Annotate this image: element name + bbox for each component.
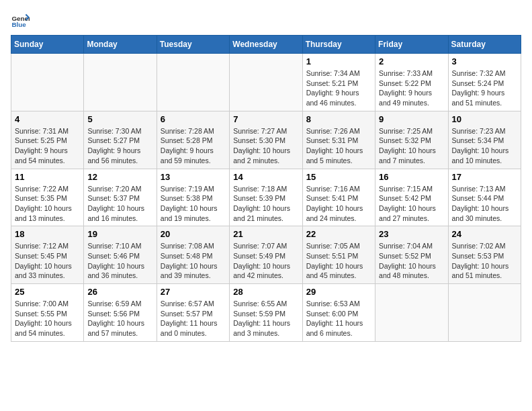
day-info: Sunrise: 7:00 AM Sunset: 5:55 PM Dayligh… xyxy=(15,299,80,338)
day-info: Sunrise: 7:13 AM Sunset: 5:44 PM Dayligh… xyxy=(452,184,517,224)
calendar-cell: 21Sunrise: 7:07 AM Sunset: 5:49 PM Dayli… xyxy=(230,226,302,284)
day-number: 14 xyxy=(233,172,298,182)
calendar-header-row: SundayMondayTuesdayWednesdayThursdayFrid… xyxy=(11,36,521,54)
calendar-week-row: 25Sunrise: 7:00 AM Sunset: 5:55 PM Dayli… xyxy=(11,284,521,342)
day-info: Sunrise: 7:22 AM Sunset: 5:35 PM Dayligh… xyxy=(15,184,80,224)
day-number: 11 xyxy=(15,172,80,182)
day-number: 5 xyxy=(87,114,152,124)
day-info: Sunrise: 7:27 AM Sunset: 5:30 PM Dayligh… xyxy=(233,126,298,166)
day-info: Sunrise: 7:25 AM Sunset: 5:32 PM Dayligh… xyxy=(379,126,444,166)
calendar-cell: 8Sunrise: 7:26 AM Sunset: 5:31 PM Daylig… xyxy=(302,111,375,169)
day-info: Sunrise: 7:34 AM Sunset: 5:21 PM Dayligh… xyxy=(306,68,371,108)
calendar-cell xyxy=(11,54,84,111)
calendar-cell: 27Sunrise: 6:57 AM Sunset: 5:57 PM Dayli… xyxy=(157,284,229,342)
day-info: Sunrise: 7:16 AM Sunset: 5:41 PM Dayligh… xyxy=(306,184,371,224)
day-number: 18 xyxy=(15,229,80,239)
calendar-week-row: 11Sunrise: 7:22 AM Sunset: 5:35 PM Dayli… xyxy=(11,169,521,226)
col-header-sunday: Sunday xyxy=(11,36,84,54)
calendar-cell: 12Sunrise: 7:20 AM Sunset: 5:37 PM Dayli… xyxy=(84,169,157,226)
day-number: 17 xyxy=(452,172,517,182)
calendar-cell: 15Sunrise: 7:16 AM Sunset: 5:41 PM Dayli… xyxy=(302,169,375,226)
calendar-cell: 25Sunrise: 7:00 AM Sunset: 5:55 PM Dayli… xyxy=(11,284,84,342)
day-number: 22 xyxy=(306,229,371,239)
day-number: 28 xyxy=(233,287,298,297)
calendar-cell: 24Sunrise: 7:02 AM Sunset: 5:53 PM Dayli… xyxy=(448,226,521,284)
calendar-cell: 7Sunrise: 7:27 AM Sunset: 5:30 PM Daylig… xyxy=(230,111,302,169)
day-number: 2 xyxy=(379,56,444,66)
day-number: 26 xyxy=(87,287,152,297)
col-header-tuesday: Tuesday xyxy=(157,36,229,54)
day-number: 16 xyxy=(379,172,444,182)
calendar-cell: 20Sunrise: 7:08 AM Sunset: 5:48 PM Dayli… xyxy=(157,226,229,284)
day-info: Sunrise: 7:10 AM Sunset: 5:46 PM Dayligh… xyxy=(87,241,152,281)
calendar-cell: 23Sunrise: 7:04 AM Sunset: 5:52 PM Dayli… xyxy=(375,226,448,284)
calendar-cell: 14Sunrise: 7:18 AM Sunset: 5:39 PM Dayli… xyxy=(230,169,302,226)
calendar-cell: 17Sunrise: 7:13 AM Sunset: 5:44 PM Dayli… xyxy=(448,169,521,226)
day-info: Sunrise: 7:15 AM Sunset: 5:42 PM Dayligh… xyxy=(379,184,444,224)
day-number: 21 xyxy=(233,229,298,239)
day-info: Sunrise: 7:33 AM Sunset: 5:22 PM Dayligh… xyxy=(379,68,444,108)
day-info: Sunrise: 7:31 AM Sunset: 5:25 PM Dayligh… xyxy=(15,126,80,166)
day-number: 8 xyxy=(306,114,371,124)
day-number: 6 xyxy=(161,114,226,124)
day-info: Sunrise: 7:02 AM Sunset: 5:53 PM Dayligh… xyxy=(452,241,517,281)
logo-icon: General Blue xyxy=(11,11,30,30)
calendar-cell: 22Sunrise: 7:05 AM Sunset: 5:51 PM Dayli… xyxy=(302,226,375,284)
day-info: Sunrise: 7:12 AM Sunset: 5:45 PM Dayligh… xyxy=(15,241,80,281)
day-number: 20 xyxy=(161,229,226,239)
calendar-cell xyxy=(375,284,448,342)
calendar-cell: 26Sunrise: 6:59 AM Sunset: 5:56 PM Dayli… xyxy=(84,284,157,342)
day-info: Sunrise: 7:32 AM Sunset: 5:24 PM Dayligh… xyxy=(452,68,517,108)
calendar-week-row: 1Sunrise: 7:34 AM Sunset: 5:21 PM Daylig… xyxy=(11,54,521,111)
col-header-wednesday: Wednesday xyxy=(230,36,302,54)
day-number: 13 xyxy=(161,172,226,182)
calendar-cell xyxy=(230,54,302,111)
calendar-cell: 3Sunrise: 7:32 AM Sunset: 5:24 PM Daylig… xyxy=(448,54,521,111)
calendar-cell: 18Sunrise: 7:12 AM Sunset: 5:45 PM Dayli… xyxy=(11,226,84,284)
day-info: Sunrise: 7:19 AM Sunset: 5:38 PM Dayligh… xyxy=(161,184,226,224)
day-info: Sunrise: 7:07 AM Sunset: 5:49 PM Dayligh… xyxy=(233,241,298,281)
day-number: 25 xyxy=(15,287,80,297)
calendar-cell: 16Sunrise: 7:15 AM Sunset: 5:42 PM Dayli… xyxy=(375,169,448,226)
day-number: 10 xyxy=(452,114,517,124)
svg-text:Blue: Blue xyxy=(11,21,26,28)
day-number: 19 xyxy=(87,229,152,239)
day-number: 4 xyxy=(15,114,80,124)
calendar-cell xyxy=(448,284,521,342)
calendar-cell: 2Sunrise: 7:33 AM Sunset: 5:22 PM Daylig… xyxy=(375,54,448,111)
calendar-cell: 6Sunrise: 7:28 AM Sunset: 5:28 PM Daylig… xyxy=(157,111,229,169)
calendar-cell: 5Sunrise: 7:30 AM Sunset: 5:27 PM Daylig… xyxy=(84,111,157,169)
day-number: 23 xyxy=(379,229,444,239)
day-info: Sunrise: 7:20 AM Sunset: 5:37 PM Dayligh… xyxy=(87,184,152,224)
day-number: 29 xyxy=(306,287,371,297)
calendar-cell: 10Sunrise: 7:23 AM Sunset: 5:34 PM Dayli… xyxy=(448,111,521,169)
calendar-cell: 13Sunrise: 7:19 AM Sunset: 5:38 PM Dayli… xyxy=(157,169,229,226)
calendar-table: SundayMondayTuesdayWednesdayThursdayFrid… xyxy=(11,35,521,342)
calendar-week-row: 4Sunrise: 7:31 AM Sunset: 5:25 PM Daylig… xyxy=(11,111,521,169)
day-number: 15 xyxy=(306,172,371,182)
day-info: Sunrise: 6:53 AM Sunset: 6:00 PM Dayligh… xyxy=(306,299,371,338)
calendar-cell: 1Sunrise: 7:34 AM Sunset: 5:21 PM Daylig… xyxy=(302,54,375,111)
day-info: Sunrise: 7:26 AM Sunset: 5:31 PM Dayligh… xyxy=(306,126,371,166)
col-header-friday: Friday xyxy=(375,36,448,54)
day-info: Sunrise: 7:18 AM Sunset: 5:39 PM Dayligh… xyxy=(233,184,298,224)
day-info: Sunrise: 6:55 AM Sunset: 5:59 PM Dayligh… xyxy=(233,299,298,338)
day-number: 9 xyxy=(379,114,444,124)
day-info: Sunrise: 7:08 AM Sunset: 5:48 PM Dayligh… xyxy=(161,241,226,281)
day-info: Sunrise: 6:57 AM Sunset: 5:57 PM Dayligh… xyxy=(161,299,226,338)
day-number: 27 xyxy=(161,287,226,297)
calendar-cell: 28Sunrise: 6:55 AM Sunset: 5:59 PM Dayli… xyxy=(230,284,302,342)
logo: General Blue xyxy=(11,11,30,30)
col-header-thursday: Thursday xyxy=(302,36,375,54)
day-info: Sunrise: 7:05 AM Sunset: 5:51 PM Dayligh… xyxy=(306,241,371,281)
day-info: Sunrise: 7:30 AM Sunset: 5:27 PM Dayligh… xyxy=(87,126,152,166)
day-number: 3 xyxy=(452,56,517,66)
calendar-cell xyxy=(84,54,157,111)
calendar-cell xyxy=(157,54,229,111)
calendar-cell: 19Sunrise: 7:10 AM Sunset: 5:46 PM Dayli… xyxy=(84,226,157,284)
calendar-cell: 11Sunrise: 7:22 AM Sunset: 5:35 PM Dayli… xyxy=(11,169,84,226)
day-number: 24 xyxy=(452,229,517,239)
calendar-week-row: 18Sunrise: 7:12 AM Sunset: 5:45 PM Dayli… xyxy=(11,226,521,284)
calendar-cell: 9Sunrise: 7:25 AM Sunset: 5:32 PM Daylig… xyxy=(375,111,448,169)
day-number: 1 xyxy=(306,56,371,66)
